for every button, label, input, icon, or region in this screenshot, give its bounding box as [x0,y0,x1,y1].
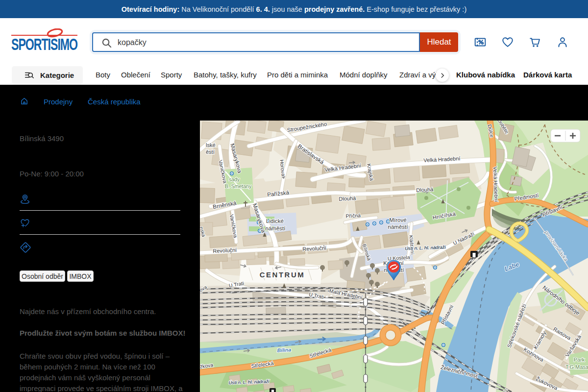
svg-text:T.G.Masary: T.G.Masary [565,364,588,370]
svg-text:Dlouhá: Dlouhá [339,195,356,202]
svg-text:Mírové: Mírové [389,217,406,223]
svg-text:sady: sady [229,176,240,182]
svg-text:Bílina: Bílina [277,346,291,353]
svg-text:Park: Park [574,357,585,363]
svg-text:Příčná: Příčná [345,212,361,219]
svg-text:ěstí: ěstí [206,149,215,155]
svg-text:SPORTISIMO: SPORTISIMO [11,35,78,53]
svg-text:náměstí: náměstí [266,225,286,231]
svg-text:lské: lské [206,142,216,148]
svg-text:CENTRUM: CENTRUM [260,270,305,279]
svg-text:Velká Hradební: Velká Hradební [492,167,500,202]
svg-text:Dlouhá: Dlouhá [416,186,434,193]
svg-text:Revoluční: Revoluční [302,245,326,252]
svg-text:náměstí: náměstí [388,224,409,230]
svg-text:B. Smetany: B. Smetany [225,183,252,189]
svg-text:Revoluční: Revoluční [213,247,237,254]
svg-text:Lidické: Lidické [266,218,284,224]
